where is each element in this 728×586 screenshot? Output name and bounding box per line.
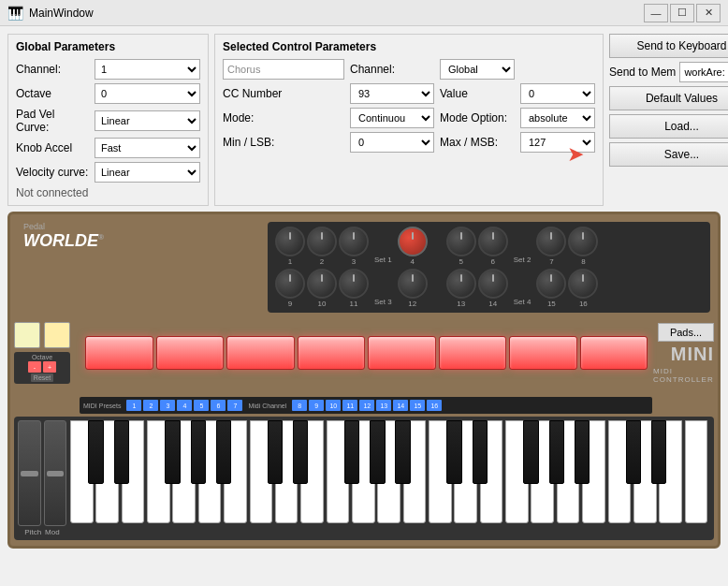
black-key-16[interactable]: [651, 420, 666, 484]
close-button[interactable]: ✕: [696, 4, 721, 22]
ch-8-btn[interactable]: 8: [292, 400, 307, 411]
black-key-14[interactable]: [575, 420, 590, 484]
ch-3-btn[interactable]: 3: [160, 400, 175, 411]
max-msb-select[interactable]: 127: [520, 132, 595, 153]
ch-1-btn[interactable]: 1: [126, 400, 141, 411]
knob-14-container: 14: [478, 269, 508, 308]
save-button[interactable]: Save...: [609, 142, 728, 167]
send-keyboard-button[interactable]: Send to Keyboard: [609, 34, 728, 58]
ch-11-btn[interactable]: 11: [342, 400, 357, 411]
mod-wheel[interactable]: [44, 420, 67, 526]
ch-13-btn[interactable]: 13: [376, 400, 391, 411]
knob-4[interactable]: [398, 227, 428, 256]
knob-3[interactable]: [339, 227, 369, 256]
black-key-5[interactable]: [268, 420, 283, 484]
small-pad-1[interactable]: [14, 322, 40, 348]
maximize-button[interactable]: ☐: [670, 4, 694, 22]
ch-14-btn[interactable]: 14: [393, 400, 408, 411]
black-key-10[interactable]: [446, 420, 461, 484]
octave-select[interactable]: 01-1: [95, 83, 200, 104]
channel-param-select[interactable]: Global12: [440, 59, 515, 80]
knob-10[interactable]: [307, 269, 337, 299]
knob-8-container: 8: [568, 227, 598, 266]
ch-9-btn[interactable]: 9: [309, 400, 324, 411]
value-select[interactable]: 0: [520, 83, 595, 104]
knob-12[interactable]: [398, 269, 428, 299]
black-key-9[interactable]: [395, 420, 410, 484]
ch-6-btn[interactable]: 6: [211, 400, 226, 411]
black-key-0[interactable]: [88, 420, 103, 484]
minimize-button[interactable]: —: [644, 4, 668, 22]
drum-pad-6[interactable]: [439, 336, 507, 370]
black-key-13[interactable]: [549, 420, 564, 484]
knob-15[interactable]: [536, 269, 566, 299]
send-mem-select[interactable]: workAre:: [679, 62, 728, 82]
drum-pad-4[interactable]: [298, 336, 366, 370]
ch-4-btn[interactable]: 4: [177, 400, 192, 411]
ch-7-btn[interactable]: 7: [227, 400, 242, 411]
octave-down-button[interactable]: -: [28, 361, 41, 373]
knobs-top-row: 1 2 3 Set 1 4 5 6 Set 2 7 8: [275, 227, 703, 266]
knob-accel-select[interactable]: FastMediumSlow: [95, 138, 200, 158]
default-values-button[interactable]: Default Values: [609, 86, 728, 110]
knob-13-container: 13: [446, 269, 476, 308]
drum-pad-3[interactable]: [226, 336, 295, 370]
knob-6[interactable]: [478, 227, 508, 256]
knob-6-container: 6: [478, 227, 508, 266]
cc-number-select[interactable]: 93: [350, 83, 434, 104]
reset-button[interactable]: Reset: [31, 374, 53, 382]
piano-keys: [70, 420, 710, 536]
mod-wheel-label: Mod: [45, 528, 60, 536]
black-key-6[interactable]: [293, 420, 308, 484]
pad-vel-select[interactable]: LinearLogarithmExponential: [95, 110, 200, 131]
drum-pad-2[interactable]: [156, 336, 225, 370]
knob-14[interactable]: [478, 269, 508, 299]
knob-9[interactable]: [275, 269, 305, 299]
mode-option-label: Mode Option:: [440, 111, 515, 125]
pads-row: Octave - + Reset: [14, 322, 714, 384]
knob-7[interactable]: [536, 227, 566, 256]
knob-2[interactable]: [307, 227, 337, 256]
velocity-select[interactable]: LinearLogarithmExponential: [95, 162, 200, 183]
set-3-label: Set 3: [374, 298, 392, 308]
pads-button[interactable]: Pads...: [658, 323, 714, 342]
knob-11[interactable]: [339, 269, 369, 299]
load-button[interactable]: Load...: [609, 114, 728, 139]
black-key-3[interactable]: [191, 420, 206, 484]
ch-16-btn[interactable]: 16: [427, 400, 442, 411]
knob-1[interactable]: [275, 227, 305, 256]
black-key-2[interactable]: [165, 420, 180, 484]
drum-pad-7[interactable]: [509, 336, 577, 370]
ch-2-btn[interactable]: 2: [143, 400, 158, 411]
mode-select[interactable]: ContinuouIncrementalToggle: [350, 108, 434, 128]
black-key-15[interactable]: [626, 420, 641, 484]
black-key-8[interactable]: [370, 420, 385, 484]
ch-15-btn[interactable]: 15: [410, 400, 425, 411]
black-key-11[interactable]: [473, 420, 488, 484]
small-pad-2[interactable]: [44, 322, 70, 348]
ch-5-btn[interactable]: 5: [194, 400, 209, 411]
channel-label: Channel:: [16, 63, 91, 76]
drum-pad-5[interactable]: [368, 336, 436, 370]
ch-10-btn[interactable]: 10: [326, 400, 341, 411]
black-key-1[interactable]: [114, 420, 129, 484]
ch-12-btn[interactable]: 12: [359, 400, 374, 411]
knob-16[interactable]: [568, 269, 598, 299]
black-key-4[interactable]: [216, 420, 231, 484]
knob-5[interactable]: [446, 227, 476, 256]
min-lsb-select[interactable]: 0: [350, 132, 434, 153]
knob-8[interactable]: [568, 227, 598, 256]
channel-select[interactable]: 1234: [95, 59, 200, 80]
black-key-12[interactable]: [523, 420, 538, 484]
drum-pad-1[interactable]: [85, 336, 153, 370]
control-name-input[interactable]: [223, 59, 344, 80]
white-key-24[interactable]: [685, 420, 708, 523]
octave-up-button[interactable]: +: [43, 361, 56, 373]
black-key-7[interactable]: [344, 420, 359, 484]
full-piano: [70, 420, 710, 523]
pitch-wheel[interactable]: [18, 420, 41, 526]
knob-13[interactable]: [446, 269, 476, 299]
drum-pad-8[interactable]: [580, 336, 648, 370]
midi-channel-strip: MIDI Presets 1 2 3 4 5 6 7 Midi Channel …: [80, 397, 652, 414]
mode-option-select[interactable]: absoluterelative1relative2: [520, 108, 595, 128]
